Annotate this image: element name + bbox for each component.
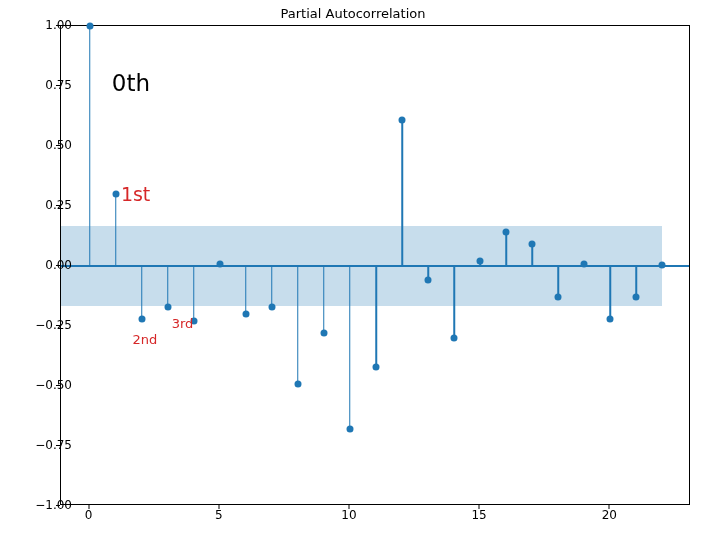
marker-lag-5: [216, 260, 223, 267]
marker-lag-13: [425, 277, 432, 284]
y-tick-mark: [56, 445, 60, 446]
y-tick-label: 0.75: [22, 78, 72, 92]
stem-lag-14: [453, 266, 455, 338]
annotation-3: 3rd: [172, 316, 194, 331]
x-tick-label: 15: [471, 508, 486, 522]
marker-lag-18: [555, 294, 562, 301]
annotation-0: 0th: [112, 70, 150, 96]
y-tick-mark: [56, 385, 60, 386]
y-tick-label: −1.00: [22, 498, 72, 512]
x-tick-label: 10: [341, 508, 356, 522]
y-tick-mark: [56, 205, 60, 206]
marker-lag-9: [320, 330, 327, 337]
marker-lag-21: [633, 294, 640, 301]
y-tick-label: −0.50: [22, 378, 72, 392]
y-tick-mark: [56, 85, 60, 86]
stem-lag-3: [167, 266, 169, 307]
y-tick-mark: [56, 25, 60, 26]
x-tick-label: 0: [85, 508, 93, 522]
stem-lag-9: [323, 266, 325, 333]
marker-lag-15: [477, 258, 484, 265]
plot-area: 0th1st2nd3rd: [61, 26, 689, 504]
y-tick-label: −0.75: [22, 438, 72, 452]
marker-lag-8: [294, 380, 301, 387]
stem-lag-21: [636, 266, 638, 297]
y-tick-mark: [56, 145, 60, 146]
stem-lag-20: [610, 266, 612, 319]
x-tick-mark: [348, 505, 349, 509]
y-tick-label: −0.25: [22, 318, 72, 332]
y-tick-label: 1.00: [22, 18, 72, 32]
y-tick-mark: [56, 505, 60, 506]
marker-lag-14: [451, 335, 458, 342]
stem-lag-10: [349, 266, 351, 429]
y-tick-label: 0.50: [22, 138, 72, 152]
marker-lag-19: [581, 260, 588, 267]
marker-lag-17: [529, 241, 536, 248]
chart-title: Partial Autocorrelation: [0, 6, 706, 21]
axes-frame: 0th1st2nd3rd: [60, 25, 690, 505]
stem-lag-2: [141, 266, 143, 319]
x-tick-label: 5: [215, 508, 223, 522]
x-tick-mark: [88, 505, 89, 509]
marker-lag-3: [164, 303, 171, 310]
stem-lag-8: [297, 266, 299, 384]
marker-lag-7: [268, 303, 275, 310]
stem-lag-18: [557, 266, 559, 297]
annotation-1: 1st: [121, 183, 150, 205]
marker-lag-20: [607, 315, 614, 322]
y-tick-label: 0.25: [22, 198, 72, 212]
y-tick-mark: [56, 325, 60, 326]
y-tick-mark: [56, 265, 60, 266]
marker-lag-1: [112, 191, 119, 198]
x-tick-mark: [479, 505, 480, 509]
stem-lag-12: [401, 120, 403, 266]
y-tick-label: 0.00: [22, 258, 72, 272]
stem-lag-0: [89, 26, 91, 266]
marker-lag-16: [503, 229, 510, 236]
x-tick-mark: [609, 505, 610, 509]
stem-lag-1: [115, 194, 117, 266]
marker-lag-11: [373, 363, 380, 370]
x-tick-mark: [218, 505, 219, 509]
x-tick-label: 20: [602, 508, 617, 522]
marker-lag-22: [659, 261, 666, 268]
marker-lag-6: [242, 311, 249, 318]
stem-lag-4: [193, 266, 195, 321]
stem-lag-11: [375, 266, 377, 367]
stem-lag-16: [505, 232, 507, 266]
marker-lag-2: [138, 315, 145, 322]
marker-lag-12: [399, 116, 406, 123]
pacf-figure: Partial Autocorrelation 0th1st2nd3rd −1.…: [0, 0, 706, 535]
marker-lag-0: [86, 23, 93, 30]
stem-lag-6: [245, 266, 247, 314]
stem-lag-7: [271, 266, 273, 307]
marker-lag-10: [346, 426, 353, 433]
annotation-2: 2nd: [133, 332, 158, 347]
